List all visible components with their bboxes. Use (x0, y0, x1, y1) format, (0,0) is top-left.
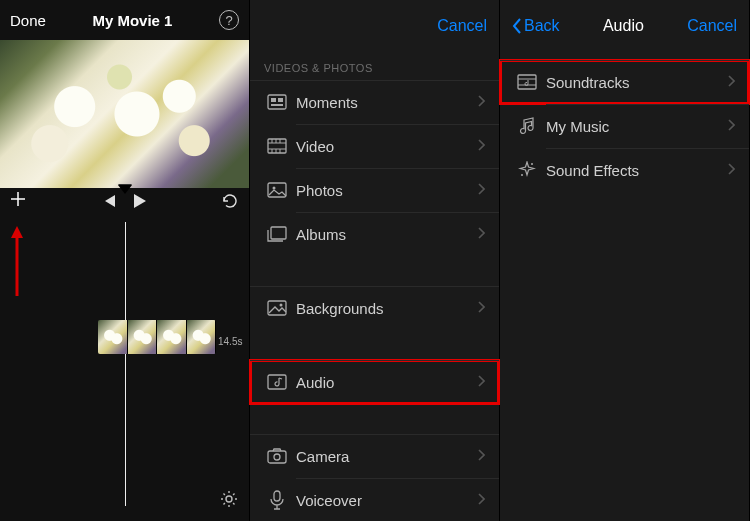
svg-rect-22 (268, 451, 286, 463)
clip-duration: 14.5s (218, 336, 242, 347)
audio-pane: Back Audio Cancel Soundtracks My Music S… (500, 0, 750, 521)
row-sound-effects[interactable]: Sound Effects (500, 148, 749, 192)
row-label: Sound Effects (540, 162, 727, 179)
row-label: Video (290, 138, 477, 155)
audio-list: Soundtracks My Music Sound Effects (500, 60, 749, 192)
svg-rect-7 (268, 139, 286, 153)
svg-rect-16 (268, 183, 286, 197)
editor-topbar: Done My Movie 1 ? (0, 0, 249, 40)
row-label: Photos (290, 182, 477, 199)
row-moments[interactable]: Moments (250, 80, 499, 124)
chevron-right-icon (477, 373, 485, 391)
chevron-right-icon (477, 225, 485, 243)
audio-topbar: Back Audio Cancel (500, 0, 749, 52)
backgrounds-icon (264, 300, 290, 316)
chevron-right-icon (477, 299, 485, 317)
svg-rect-3 (268, 95, 286, 109)
camera-icon (264, 448, 290, 464)
row-label: Audio (290, 374, 477, 391)
chevron-right-icon (477, 491, 485, 509)
chevron-right-icon (477, 93, 485, 111)
photos-icon (264, 182, 290, 198)
help-icon[interactable]: ? (219, 10, 239, 30)
soundtracks-icon (514, 74, 540, 90)
video-preview[interactable] (0, 40, 249, 188)
media-picker-pane: Cancel Videos & Photos Moments Video Pho… (250, 0, 500, 521)
row-label: Albums (290, 226, 477, 243)
skip-start-icon[interactable] (101, 194, 117, 208)
chevron-right-icon (477, 137, 485, 155)
back-label: Back (524, 17, 560, 35)
row-label: Backgrounds (290, 300, 477, 317)
project-title: My Movie 1 (46, 12, 219, 29)
cancel-button[interactable]: Cancel (687, 17, 737, 35)
svg-marker-1 (11, 226, 23, 238)
row-label: Soundtracks (540, 74, 727, 91)
row-audio[interactable]: Audio (250, 360, 499, 404)
svg-point-23 (274, 454, 280, 460)
svg-rect-19 (268, 301, 286, 315)
cancel-button[interactable]: Cancel (437, 17, 487, 35)
add-media-button[interactable] (10, 191, 26, 212)
media-source-list: Moments Video Photos Albums Backgrounds (250, 80, 499, 521)
svg-rect-24 (274, 491, 280, 501)
timeline-playhead[interactable] (125, 222, 126, 506)
audio-title: Audio (560, 17, 688, 35)
row-camera[interactable]: Camera (250, 434, 499, 478)
microphone-icon (264, 490, 290, 510)
row-albums[interactable]: Albums (250, 212, 499, 256)
chevron-right-icon (477, 181, 485, 199)
albums-icon (264, 226, 290, 242)
svg-rect-6 (271, 104, 283, 106)
music-note-icon (514, 117, 540, 135)
row-label: My Music (540, 118, 727, 135)
done-button[interactable]: Done (10, 12, 46, 29)
row-soundtracks[interactable]: Soundtracks (500, 60, 749, 104)
section-header: Videos & Photos (250, 52, 499, 80)
svg-rect-4 (271, 98, 276, 102)
undo-icon[interactable] (221, 194, 239, 208)
svg-rect-18 (271, 227, 286, 239)
row-my-music[interactable]: My Music (500, 104, 749, 148)
annotation-arrow-icon (10, 226, 30, 296)
svg-point-29 (521, 174, 523, 176)
moments-icon (264, 94, 290, 110)
play-icon[interactable] (131, 193, 147, 209)
svg-point-2 (226, 496, 232, 502)
settings-gear-icon[interactable] (219, 489, 239, 513)
row-label: Camera (290, 448, 477, 465)
svg-point-28 (531, 163, 533, 165)
video-icon (264, 138, 290, 154)
svg-rect-25 (518, 75, 536, 89)
svg-point-17 (273, 187, 276, 190)
row-label: Moments (290, 94, 477, 111)
svg-point-20 (280, 304, 283, 307)
chevron-right-icon (727, 73, 735, 91)
row-photos[interactable]: Photos (250, 168, 499, 212)
sparkle-icon (514, 161, 540, 179)
row-label: Voiceover (290, 492, 477, 509)
back-button[interactable]: Back (512, 17, 560, 35)
picker-topbar: Cancel (250, 0, 499, 52)
row-video[interactable]: Video (250, 124, 499, 168)
row-backgrounds[interactable]: Backgrounds (250, 286, 499, 330)
playhead-marker-icon (118, 185, 132, 194)
row-voiceover[interactable]: Voiceover (250, 478, 499, 521)
editor-pane: Done My Movie 1 ? 14.5s (0, 0, 250, 521)
audio-icon (264, 374, 290, 390)
chevron-right-icon (727, 161, 735, 179)
svg-rect-5 (278, 98, 283, 102)
timeline-clip[interactable] (98, 320, 216, 354)
chevron-left-icon (512, 18, 522, 34)
chevron-right-icon (727, 117, 735, 135)
chevron-right-icon (477, 447, 485, 465)
